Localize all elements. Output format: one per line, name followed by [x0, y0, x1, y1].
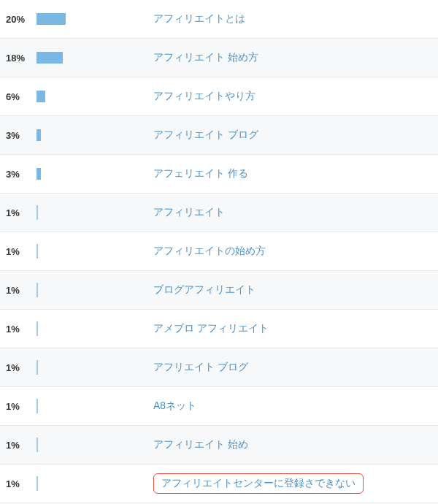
bar-icon — [36, 360, 38, 375]
bar-cell — [36, 205, 153, 220]
bar-icon — [36, 129, 41, 141]
percent-value: 20% — [6, 14, 36, 25]
bar-cell — [36, 168, 153, 180]
percent-value: 1% — [6, 324, 36, 335]
keyword-link[interactable]: A8ネット — [153, 400, 432, 413]
bar-icon — [36, 283, 38, 297]
table-row: 1% アフィリエイトセンターに登録さできない — [0, 465, 438, 503]
bar-cell — [36, 244, 153, 259]
table-row: 3% アフェリエイト 作る — [0, 155, 438, 194]
table-row: 1% アフリエイト ブログ — [0, 348, 438, 387]
keyword-link[interactable]: アフィリエイト — [153, 206, 432, 219]
percent-value: 6% — [6, 91, 36, 102]
percent-value: 1% — [6, 207, 36, 218]
bar-icon — [36, 399, 38, 413]
bar-cell — [36, 52, 153, 64]
keyword-link[interactable]: アフィリエイト 始め — [153, 438, 432, 451]
bar-icon — [36, 321, 38, 336]
percent-value: 1% — [6, 362, 36, 373]
bar-cell — [36, 438, 153, 452]
percent-value: 18% — [6, 53, 36, 64]
table-row: 1% アメブロ アフィリエイト — [0, 310, 438, 348]
bar-cell — [36, 91, 153, 102]
keyword-link-highlighted[interactable]: アフィリエイトセンターに登録さできない — [153, 473, 432, 494]
table-row: 1% A8ネット — [0, 387, 438, 426]
bar-cell — [36, 360, 153, 375]
table-row: 1% アフィリエイトの始め方 — [0, 232, 438, 271]
keyword-link[interactable]: アメブロ アフィリエイト — [153, 322, 432, 335]
bar-icon — [36, 168, 41, 180]
keyword-table: 20% アフィリエイトとは 18% アフィリエイト 始め方 6% アフィリエイト… — [0, 0, 438, 503]
keyword-link[interactable]: アフィリエイトやり方 — [153, 90, 432, 103]
keyword-link[interactable]: ブログアフィリエイト — [153, 283, 432, 297]
bar-icon — [36, 244, 38, 259]
bar-cell — [36, 13, 153, 25]
table-row: 1% アフィリエイト — [0, 194, 438, 232]
keyword-link[interactable]: アフィリエイト 始め方 — [153, 51, 432, 64]
percent-value: 3% — [6, 130, 36, 141]
table-row: 6% アフィリエイトやり方 — [0, 77, 438, 116]
percent-value: 1% — [6, 246, 36, 257]
bar-icon — [36, 13, 66, 25]
keyword-link[interactable]: アフェリエイト 作る — [153, 167, 432, 180]
percent-value: 1% — [6, 401, 36, 412]
percent-value: 3% — [6, 169, 36, 180]
bar-cell — [36, 129, 153, 141]
bar-cell — [36, 321, 153, 336]
keyword-link[interactable]: アフリエイト ブログ — [153, 361, 432, 374]
percent-value: 1% — [6, 285, 36, 296]
table-row: 1% ブログアフィリエイト — [0, 271, 438, 310]
bar-cell — [36, 283, 153, 297]
bar-icon — [36, 52, 63, 64]
bar-cell — [36, 476, 153, 491]
percent-value: 1% — [6, 478, 36, 489]
bar-icon — [36, 205, 38, 220]
table-row: 18% アフィリエイト 始め方 — [0, 39, 438, 77]
bar-cell — [36, 399, 153, 413]
bar-icon — [36, 438, 38, 452]
percent-value: 1% — [6, 440, 36, 451]
bar-icon — [36, 476, 38, 491]
keyword-link[interactable]: アフィリエイトの始め方 — [153, 245, 432, 258]
keyword-link[interactable]: アフィリエイト ブログ — [153, 129, 432, 142]
bar-icon — [36, 91, 45, 102]
table-row: 3% アフィリエイト ブログ — [0, 116, 438, 155]
table-row: 1% アフィリエイト 始め — [0, 426, 438, 465]
table-row: 20% アフィリエイトとは — [0, 0, 438, 39]
keyword-link[interactable]: アフィリエイトとは — [153, 12, 432, 26]
